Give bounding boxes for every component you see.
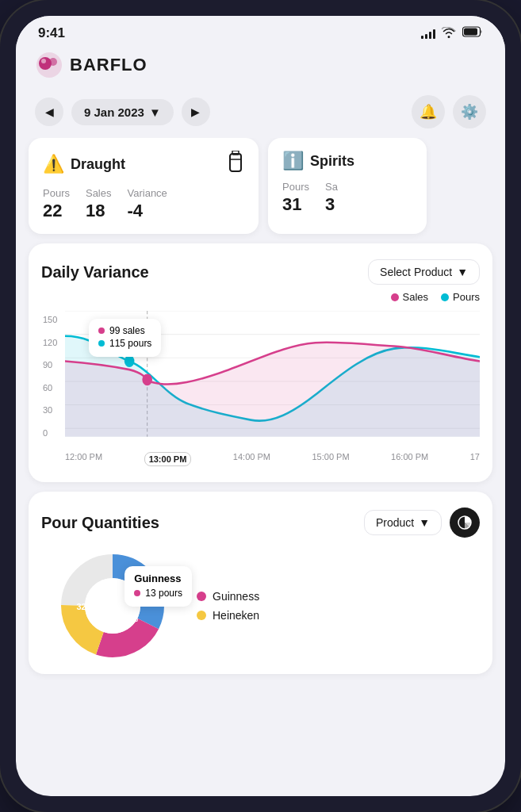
svg-rect-1 bbox=[464, 29, 477, 36]
y-label-90: 90 bbox=[43, 360, 57, 370]
pour-header: Pour Quantities Product ▼ bbox=[41, 508, 480, 538]
x-label-17: 17 bbox=[470, 452, 480, 466]
draught-title: Draught bbox=[71, 156, 125, 173]
chart-title: Daily Variance bbox=[41, 263, 149, 282]
sales-value: 18 bbox=[86, 201, 112, 221]
chart-header: Daily Variance Select Product ▼ bbox=[41, 259, 480, 285]
settings-button[interactable]: ⚙️ bbox=[453, 95, 486, 128]
status-bar: 9:41 bbox=[16, 16, 505, 44]
tooltip-sales-row: 99 sales bbox=[98, 325, 151, 336]
pours-metric: Pours 22 bbox=[43, 187, 70, 221]
date-label: 9 Jan 2023 bbox=[84, 105, 144, 119]
tooltip-sales-dot bbox=[98, 327, 105, 334]
legend-pours-label: Pours bbox=[453, 291, 480, 303]
legend-pours-dot bbox=[441, 293, 449, 301]
sales-datapoint[interactable] bbox=[142, 373, 152, 385]
signal-icon bbox=[421, 28, 435, 39]
y-label-0: 0 bbox=[43, 428, 57, 438]
product-button[interactable]: Product ▼ bbox=[364, 510, 442, 535]
spirits-card: ℹ️ Spirits Pours 31 Sa 3 bbox=[268, 138, 427, 234]
date-selector-button[interactable]: 9 Jan 2023 ▼ bbox=[71, 99, 174, 125]
heineken-dot bbox=[197, 611, 206, 620]
guinness-dot bbox=[197, 592, 206, 601]
pours-datapoint[interactable] bbox=[125, 355, 135, 367]
svg-text:32.4%: 32.4% bbox=[76, 602, 101, 611]
tooltip-pours-value: 115 pours bbox=[109, 338, 151, 349]
pour-title: Pour Quantities bbox=[41, 514, 159, 532]
spirits-pours-label: Pours bbox=[282, 181, 309, 193]
daily-variance-card: Daily Variance Select Product ▼ Sales Po… bbox=[29, 243, 492, 482]
tooltip-donut-dot bbox=[134, 590, 140, 596]
cards-row: ⚠️ Draught Pours bbox=[16, 138, 505, 243]
notification-button[interactable]: 🔔 bbox=[412, 95, 445, 128]
tooltip-donut-value: 13 pours bbox=[145, 588, 182, 599]
status-icons bbox=[421, 26, 483, 40]
card-title-left: ⚠️ Draught bbox=[43, 154, 125, 174]
svg-point-4 bbox=[49, 58, 57, 66]
legend-guinness: Guinness bbox=[197, 590, 259, 603]
x-label-1400: 14:00 PM bbox=[233, 452, 270, 466]
variance-value: -4 bbox=[128, 201, 167, 221]
product-dropdown-icon: ▼ bbox=[419, 516, 430, 529]
y-label-120: 120 bbox=[43, 338, 57, 347]
heineken-label: Heineken bbox=[213, 609, 259, 622]
chart-area: 99 sales 115 pours 150 120 90 60 30 bbox=[41, 311, 480, 469]
spirits-sales-label: Sa bbox=[325, 181, 338, 193]
legend-heineken: Heineken bbox=[197, 609, 259, 622]
legend-list: Guinness Heineken bbox=[197, 590, 259, 622]
date-dropdown-icon: ▼ bbox=[149, 105, 161, 119]
legend-sales-dot bbox=[391, 293, 399, 301]
draught-metrics: Pours 22 Sales 18 Variance -4 bbox=[43, 187, 244, 221]
nav-right: 🔔 ⚙️ bbox=[412, 95, 486, 128]
next-date-button[interactable]: ▶ bbox=[182, 98, 210, 126]
beer-icon bbox=[227, 151, 244, 178]
tooltip-guinness-label: Guinness bbox=[134, 573, 182, 584]
wifi-icon bbox=[442, 27, 456, 40]
gear-icon: ⚙️ bbox=[461, 103, 478, 121]
logo-icon bbox=[35, 51, 63, 79]
tooltip-pours-row-donut: 13 pours bbox=[134, 588, 182, 599]
spirits-pours-value: 31 bbox=[282, 194, 309, 215]
donut-tooltip: Guinness 13 pours bbox=[125, 566, 192, 607]
status-time: 9:41 bbox=[38, 25, 65, 41]
spirits-card-title-row: ℹ️ Spirits bbox=[282, 151, 412, 171]
tooltip-pours-dot bbox=[98, 340, 105, 347]
variance-metric: Variance -4 bbox=[128, 187, 167, 221]
y-label-30: 30 bbox=[43, 405, 57, 415]
nav-bar: ◀ 9 Jan 2023 ▼ ▶ 🔔 ⚙️ bbox=[16, 89, 505, 138]
spirits-pours-metric: Pours 31 bbox=[282, 181, 309, 215]
tooltip-pours-row: 115 pours bbox=[98, 338, 151, 349]
prev-date-button[interactable]: ◀ bbox=[35, 98, 63, 126]
legend-sales-label: Sales bbox=[403, 291, 429, 303]
phone-screen: 9:41 bbox=[16, 16, 505, 796]
guinness-label: Guinness bbox=[213, 590, 259, 603]
x-label-1300: 13:00 PM bbox=[144, 452, 192, 466]
spirits-card-title-left: ℹ️ Spirits bbox=[282, 151, 354, 171]
draught-card: ⚠️ Draught Pours bbox=[29, 138, 259, 234]
x-axis: 12:00 PM 13:00 PM 14:00 PM 15:00 PM 16:0… bbox=[41, 452, 480, 466]
chart-legend: Sales Pours bbox=[41, 291, 480, 303]
chart-type-button[interactable] bbox=[450, 508, 480, 538]
pour-controls: Product ▼ bbox=[364, 508, 480, 538]
pours-label: Pours bbox=[43, 187, 70, 199]
card-title-row: ⚠️ Draught bbox=[43, 151, 244, 178]
select-product-button[interactable]: Select Product ▼ bbox=[368, 259, 480, 285]
select-product-dropdown-icon: ▼ bbox=[457, 266, 468, 278]
x-label-1500: 15:00 PM bbox=[312, 452, 349, 466]
bell-icon: 🔔 bbox=[419, 103, 437, 121]
spirits-sales-metric: Sa 3 bbox=[325, 181, 338, 215]
y-label-60: 60 bbox=[43, 383, 57, 393]
logo-text: BARFLO bbox=[70, 55, 147, 75]
sales-label: Sales bbox=[86, 187, 112, 199]
pours-value: 22 bbox=[43, 201, 70, 221]
spirits-title: Spirits bbox=[310, 153, 354, 170]
content-area: BARFLO ◀ 9 Jan 2023 ▼ ▶ 🔔 bbox=[16, 44, 505, 796]
y-labels: 150 120 90 60 30 0 bbox=[43, 315, 57, 438]
phone-frame: 9:41 bbox=[0, 0, 521, 812]
svg-point-5 bbox=[41, 59, 46, 63]
pour-content: 32.4% 22.8% Guinness 13 pours bbox=[41, 550, 480, 661]
x-label-1200: 12:00 PM bbox=[65, 452, 102, 466]
tooltip-sales-value: 99 sales bbox=[109, 325, 145, 336]
svg-text:22.8%: 22.8% bbox=[116, 615, 138, 623]
y-label-150: 150 bbox=[43, 315, 57, 324]
